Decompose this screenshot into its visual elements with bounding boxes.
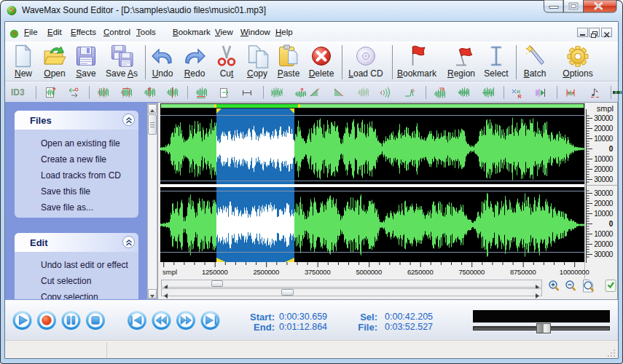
svg-text:R: R	[518, 94, 522, 99]
